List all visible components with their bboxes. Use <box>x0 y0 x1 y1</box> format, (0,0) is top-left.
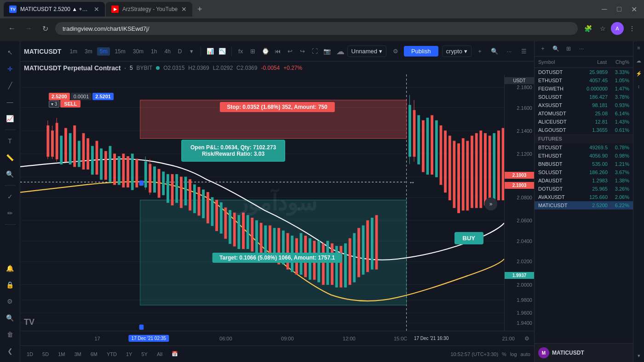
close-window-button[interactable]: ✕ <box>627 3 640 16</box>
new-tab-button[interactable]: + <box>193 3 206 16</box>
url-input[interactable] <box>55 22 578 35</box>
period-all[interactable]: All <box>154 351 165 358</box>
tab-close-tradingview[interactable]: ✕ <box>94 6 99 13</box>
horizontal-line-tool[interactable]: — <box>3 95 17 109</box>
publish-button[interactable]: Publish <box>404 46 438 57</box>
date-range-picker[interactable]: 📅 <box>169 350 181 358</box>
back-button[interactable]: ← <box>6 22 18 35</box>
lock-tool[interactable]: 🔒 <box>3 277 17 292</box>
panel-row-bnbusdt[interactable]: BNBUSDT 535.00 1.21% <box>535 160 633 168</box>
crypto-dropdown[interactable]: crypto ▾ <box>442 45 472 57</box>
period-3m[interactable]: 3M <box>71 351 84 358</box>
timeframe-1m[interactable]: 1m <box>67 47 80 56</box>
panel-row-dotusdt2[interactable]: DOTUSDT 25.965 3.26% <box>535 185 633 193</box>
settings-button[interactable]: ⋮ <box>626 22 638 35</box>
timeframe-dropdown[interactable]: ▾ <box>187 45 197 58</box>
chart-canvas[interactable]: 2.1800 2.1600 2.1400 2.1200 2.1000 2.080… <box>20 74 534 331</box>
checkmark-tool[interactable]: ✓ <box>3 189 17 204</box>
tab-tradingview[interactable]: TV MATICUSDT 2.5200 ▲ +6.22% U... ✕ <box>4 2 105 17</box>
draw-line-tool[interactable]: ╱ <box>3 78 17 93</box>
profile-button[interactable]: A <box>611 22 624 35</box>
snapshot-button[interactable]: 📷 <box>322 45 333 58</box>
right-bar-btn-5[interactable]: ▾ <box>634 351 644 360</box>
panel-grid-btn[interactable]: ⊞ <box>563 43 574 54</box>
extensions-button[interactable]: 🧩 <box>581 22 594 35</box>
panel-row-solusdt1[interactable]: SOLUSDT 186.427 3.78% <box>535 93 633 101</box>
measure-tool[interactable]: 📏 <box>3 150 17 165</box>
crosshair-tool[interactable]: ✛ <box>3 62 17 76</box>
timeframe-3m[interactable]: 3m <box>82 47 95 56</box>
add-watchlist[interactable]: + <box>473 45 486 58</box>
zoom-tool[interactable]: 🔍 <box>3 167 17 181</box>
panel-search-btn[interactable]: 🔍 <box>550 43 561 54</box>
indicators-button[interactable]: fx <box>236 45 246 58</box>
fullscreen-button[interactable]: ⛶ <box>310 45 320 58</box>
period-ytd[interactable]: YTD <box>104 351 120 358</box>
alerts-tool[interactable]: 🔔 <box>3 261 17 276</box>
panel-row-ethusdt2[interactable]: ETHUSDT 4056.90 0.98% <box>535 152 633 160</box>
chart-type-button[interactable]: 📉 <box>217 45 228 58</box>
time-settings-button[interactable]: ⚙ <box>521 333 532 344</box>
text-tool[interactable]: T <box>3 134 17 148</box>
undo-button[interactable]: ↩ <box>285 45 295 58</box>
panel-row-maticusdt[interactable]: MATICUSDT 2.5200 6.22% <box>535 201 633 209</box>
period-5d[interactable]: 5D <box>40 351 52 358</box>
panel-add-btn[interactable]: + <box>537 43 548 54</box>
cursor-tool[interactable]: ↖ <box>3 45 17 60</box>
bookmark-button[interactable]: ☆ <box>596 22 609 35</box>
panel-row-dotusdt[interactable]: DOTUSDT 25.9859 3.33% <box>535 68 633 76</box>
tab-youtube[interactable]: ▶ ArzStrategy - YouTube ✕ <box>106 2 192 17</box>
timeframe-d[interactable]: D <box>175 47 185 56</box>
right-bar-btn-1[interactable]: ≡ <box>634 43 644 52</box>
redo-button[interactable]: ↪ <box>297 45 308 58</box>
timeframe-5m[interactable]: 5m <box>97 47 110 56</box>
maximize-button[interactable]: □ <box>613 3 626 16</box>
search-watchlist[interactable]: 🔍 <box>488 45 501 58</box>
more-watchlist[interactable]: ··· <box>503 45 516 58</box>
replay-back[interactable]: ⏮ <box>272 45 283 58</box>
minimize-button[interactable]: ─ <box>598 3 611 16</box>
period-6m[interactable]: 6M <box>88 351 100 358</box>
strategy-button[interactable]: ⌚ <box>260 45 270 58</box>
period-1d[interactable]: 1D <box>24 351 36 358</box>
panel-row-avaxusdt[interactable]: AVAXUSDT 125.660 2.06% <box>535 193 633 201</box>
panel-scrollable[interactable]: DOTUSDT 25.9859 3.33% ETHUSDT 4057.45 1.… <box>535 68 633 343</box>
timeframe-4h[interactable]: 4h <box>161 47 173 56</box>
menu-icon[interactable]: ☰ <box>518 45 530 58</box>
panel-row-axsusdt[interactable]: AXSUSDT 98.181 0.93% <box>535 101 633 109</box>
right-bar-btn-2[interactable]: ☁ <box>634 56 644 65</box>
search-tool[interactable]: 🔍 <box>3 311 17 325</box>
timeframe-30m[interactable]: 30m <box>130 47 146 56</box>
bar-style-button[interactable]: 📊 <box>205 45 215 58</box>
trash-tool[interactable]: 🗑 <box>3 327 17 342</box>
panel-row-algousdt[interactable]: ALGOUSDT 1.3655 0.61% <box>535 126 633 134</box>
expand-button[interactable]: » <box>484 198 497 210</box>
timeframe-1h[interactable]: 1h <box>148 47 160 56</box>
buy-button[interactable]: BUY <box>454 232 483 244</box>
period-5y[interactable]: 5Y <box>138 351 150 358</box>
period-1y[interactable]: 1Y <box>123 351 135 358</box>
panel-row-aliceusdt[interactable]: ALICEUSDT 12.81 1.43% <box>535 118 633 126</box>
templates-button[interactable]: ⊞ <box>248 45 259 58</box>
panel-row-btcusdt[interactable]: BTCUSDT 49269.5 0.78% <box>535 143 633 152</box>
panel-row-solusdt2[interactable]: SOLUSDT 186.260 3.67% <box>535 168 633 176</box>
chart-settings-tool[interactable]: ⚙ <box>3 294 17 309</box>
right-bar-btn-3[interactable]: ⚡ <box>634 69 644 78</box>
period-1m[interactable]: 1M <box>55 351 68 358</box>
indicators-tool[interactable]: 📈 <box>3 111 17 126</box>
timeframe-15m[interactable]: 15m <box>112 47 128 56</box>
panel-row-adausdt[interactable]: ADAUSDT 1.2983 1.38% <box>535 176 633 185</box>
unnamed-dropdown[interactable]: Unnamed ▾ <box>347 45 386 57</box>
eraser-tool[interactable]: ✏ <box>3 206 17 221</box>
chart-settings-btn[interactable]: ⚙ <box>389 45 402 58</box>
right-bar-btn-4[interactable]: ↕ <box>634 82 644 91</box>
futures-header: FUTURES <box>535 134 633 143</box>
panel-more-btn[interactable]: ··· <box>576 43 587 54</box>
collapse-tool[interactable]: ❮ <box>3 344 17 358</box>
refresh-button[interactable]: ↻ <box>39 22 52 35</box>
forward-button[interactable]: → <box>22 22 35 35</box>
panel-row-fegweth[interactable]: FEGWETH 0.000000 1.47% <box>535 85 633 93</box>
tab-close-youtube[interactable]: ✕ <box>181 6 187 13</box>
panel-row-ethusdt1[interactable]: ETHUSDT 4057.45 1.05% <box>535 76 633 85</box>
panel-row-atomusdt[interactable]: ATOMUSDT 25.08 6.14% <box>535 109 633 118</box>
